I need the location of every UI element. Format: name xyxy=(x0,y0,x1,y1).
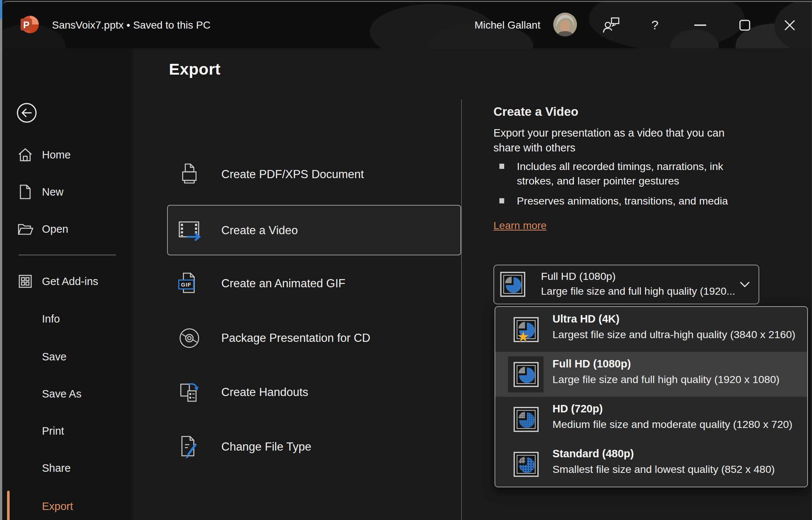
sidebar-item-get-add-ins[interactable]: Get Add-ins xyxy=(2,271,132,292)
sidebar-item-save-as[interactable]: Save As xyxy=(2,383,132,405)
powerpoint-logo-icon: P xyxy=(19,14,40,35)
export-item-create-video[interactable]: Create a Video xyxy=(167,205,461,255)
create-handouts-icon xyxy=(177,380,202,405)
content-divider xyxy=(461,99,462,520)
active-item-indicator xyxy=(7,491,10,520)
backstage-sidebar: Home New Open xyxy=(2,48,132,520)
sidebar-divider xyxy=(19,255,116,255)
change-file-type-icon xyxy=(177,434,202,460)
quality-option-ultra-hd-4k[interactable]: ★ Ultra HD (4K) Largest file size and ul… xyxy=(495,307,807,352)
export-item-create-handouts[interactable]: Create Handouts xyxy=(168,367,461,417)
new-document-icon xyxy=(17,184,33,200)
sidebar-item-home[interactable]: Home xyxy=(2,144,132,166)
quality-option-full-hd-1080p[interactable]: Full HD (1080p) Large file size and full… xyxy=(495,352,807,397)
create-video-icon xyxy=(176,218,202,243)
cd-disc-icon xyxy=(177,326,202,351)
sidebar-item-info[interactable]: Info xyxy=(2,308,132,330)
quality-hd-icon xyxy=(513,407,539,432)
export-item-animated-gif[interactable]: GIF Create an Animated GIF xyxy=(168,259,461,308)
quality-option-hd-720p[interactable]: HD (720p) Medium file size and moderate … xyxy=(495,397,807,442)
premium-star-icon: ★ xyxy=(517,328,529,345)
video-quality-menu: ★ Ultra HD (4K) Largest file size and ul… xyxy=(495,306,808,487)
add-ins-icon xyxy=(17,273,33,290)
export-item-pdf-xps[interactable]: Create PDF/XPS Document xyxy=(168,150,461,199)
sidebar-item-export[interactable]: Export xyxy=(2,496,132,517)
quality-standard-icon xyxy=(513,452,539,477)
powerpoint-window: P SansVoix7.pptx • Saved to this PC Mich… xyxy=(2,1,812,520)
sidebar-item-print[interactable]: Print xyxy=(2,420,132,442)
chevron-down-icon xyxy=(740,282,750,288)
feedback-button[interactable] xyxy=(595,2,628,48)
close-window-button[interactable] xyxy=(774,2,806,48)
learn-more-link[interactable]: Learn more xyxy=(493,220,547,232)
user-avatar[interactable] xyxy=(553,13,577,36)
back-button[interactable] xyxy=(16,102,37,123)
quality-option-standard-480p[interactable]: Standard (480p) Smallest file size and l… xyxy=(495,442,807,487)
title-bar: P SansVoix7.pptx • Saved to this PC Mich… xyxy=(2,2,812,48)
bullet-square-icon xyxy=(499,198,504,203)
minimize-button[interactable] xyxy=(685,2,716,48)
bullet-square-icon xyxy=(499,164,504,169)
quality-fullhd-icon xyxy=(513,362,539,387)
export-item-package-cd[interactable]: Package Presentation for CD xyxy=(168,313,461,363)
animated-gif-icon: GIF xyxy=(177,271,202,296)
sidebar-item-new[interactable]: New xyxy=(2,181,132,203)
sidebar-item-share[interactable]: Share xyxy=(2,457,132,479)
video-quality-select[interactable]: Full HD (1080p) Large file size and full… xyxy=(493,265,759,304)
export-page: Export Create PDF/XPS Document xyxy=(132,48,812,520)
page-title: Export xyxy=(169,60,221,78)
powerpoint-backstage-screen: P SansVoix7.pptx • Saved to this PC Mich… xyxy=(0,0,812,520)
account-user-name[interactable]: Michel Gallant xyxy=(475,2,540,48)
maximize-button[interactable] xyxy=(729,2,760,48)
home-icon xyxy=(17,147,33,163)
document-title: SansVoix7.pptx • Saved to this PC xyxy=(52,2,211,48)
help-button[interactable]: ? xyxy=(639,2,671,48)
panel-description: Export your presentation as a video that… xyxy=(493,125,735,155)
gif-badge: GIF xyxy=(178,279,194,290)
export-item-change-file-type[interactable]: Change File Type xyxy=(168,422,461,472)
pdf-xps-icon xyxy=(177,162,202,187)
quality-fullhd-icon xyxy=(500,272,525,297)
panel-title: Create a Video xyxy=(493,105,578,119)
svg-text:P: P xyxy=(23,20,29,30)
sidebar-item-save[interactable]: Save xyxy=(2,346,132,367)
sidebar-item-open[interactable]: Open xyxy=(2,218,132,240)
open-folder-icon xyxy=(17,221,33,237)
